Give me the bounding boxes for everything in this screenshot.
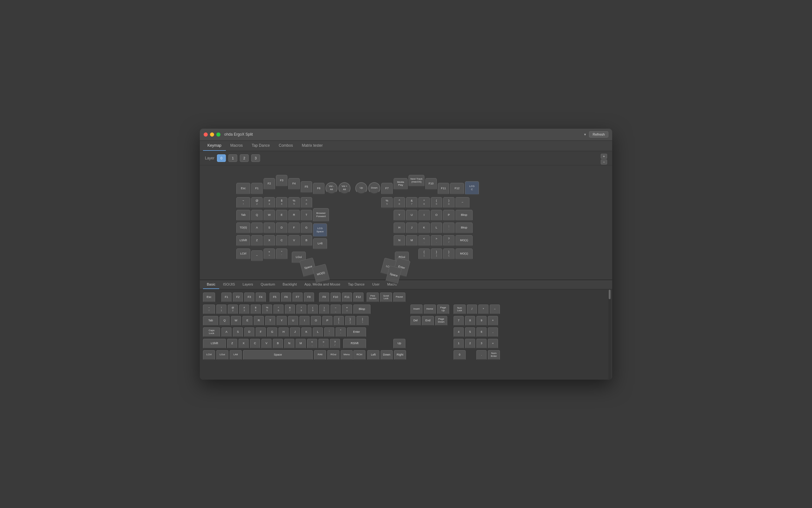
sk-f8[interactable]: F8 [304, 293, 314, 303]
sk-y[interactable]: Y [277, 316, 287, 326]
sk-g[interactable]: G [267, 327, 277, 338]
sk-n[interactable]: N [284, 339, 294, 349]
key-tilde[interactable]: ~! [236, 197, 250, 209]
sk-qmark[interactable]: ?/ [330, 339, 340, 349]
key-t[interactable]: T [301, 210, 312, 221]
bottom-tab-basic[interactable]: Basic [203, 280, 219, 289]
sk-f9[interactable]: F9 [319, 293, 329, 303]
sk-num-7-b[interactable]: 7 [454, 316, 464, 326]
sk-num-2[interactable]: @2 [228, 304, 238, 315]
sk-rctrl[interactable]: RCtrl [353, 350, 365, 360]
layer-btn-3[interactable]: 3 [251, 154, 260, 162]
sk-num-minus[interactable]: − [490, 304, 500, 315]
tab-matrix-tester[interactable]: Matrix tester [297, 141, 327, 151]
sk-num-1-b[interactable]: 1 [454, 339, 464, 349]
sk-f[interactable]: F [256, 327, 266, 338]
sk-d[interactable]: D [244, 327, 255, 338]
sk-num-3[interactable]: #3 [239, 304, 249, 315]
key-td0[interactable]: TD(0) [236, 222, 250, 234]
sk-z[interactable]: Z [227, 339, 237, 349]
sk-num-eq[interactable]: = [488, 339, 498, 349]
key-caret-6[interactable]: ^6 [301, 197, 312, 209]
key-rbrace2[interactable]: }{ [443, 248, 455, 260]
sk-p[interactable]: P [322, 316, 333, 326]
bottom-tab-layers[interactable]: Layers [239, 280, 257, 289]
add-layer-button[interactable]: + [601, 154, 607, 159]
key-gt-period[interactable]: >. [431, 235, 442, 247]
key-at-2[interactable]: @2 [251, 197, 263, 209]
sk-rbracket[interactable]: }] [345, 316, 355, 326]
key-b[interactable]: B [301, 235, 312, 247]
maximize-button[interactable] [216, 132, 221, 137]
sk-num-5[interactable]: %5 [262, 304, 272, 315]
layer-btn-0[interactable]: 0 [217, 154, 226, 162]
sk-num-comma[interactable]: , [488, 327, 498, 338]
sk-r[interactable]: R [254, 316, 264, 326]
tab-tap-dance[interactable]: Tap Dance [247, 141, 274, 151]
bottom-tab-backlight[interactable]: Backlight [279, 280, 301, 289]
key-o[interactable]: O [431, 210, 442, 221]
sk-down[interactable]: Down [381, 350, 393, 360]
sk-right[interactable]: Right [394, 350, 406, 360]
sk-left[interactable]: Left [367, 350, 379, 360]
sk-num-8-b[interactable]: 8 [465, 316, 475, 326]
key-l[interactable]: L [431, 222, 442, 234]
tab-macros[interactable]: Macros [226, 141, 247, 151]
key-hash-3[interactable]: #3 [264, 197, 275, 209]
sk-num-6[interactable]: ^6 [273, 304, 283, 315]
sk-lctrl[interactable]: LCtrl [203, 350, 215, 360]
key-r[interactable]: R [288, 210, 300, 221]
sk-num-4[interactable]: $4 [250, 304, 261, 315]
key-v[interactable]: V [288, 235, 300, 247]
key-lctrl[interactable]: LCtrl [236, 248, 250, 260]
key-vol-alt-down[interactable]: Vol -Alt [325, 182, 338, 194]
sk-num-plus[interactable]: += [342, 304, 352, 315]
sk-f3[interactable]: F3 [244, 293, 255, 303]
sk-end[interactable]: End [422, 316, 434, 326]
layer-btn-2[interactable]: 2 [240, 154, 249, 162]
key-amp-7[interactable]: &7 [406, 197, 417, 209]
sk-up[interactable]: Up [393, 339, 405, 349]
key-i[interactable]: I [418, 210, 430, 221]
sk-num-4[interactable]: 4 [454, 327, 464, 338]
tab-keymap[interactable]: Keymap [203, 141, 226, 151]
sk-num-star[interactable]: * [478, 304, 489, 315]
sk-caps-lock[interactable]: CapsLock [203, 327, 220, 338]
key-dash-l[interactable]: − [251, 250, 263, 262]
sk-e[interactable]: E [242, 316, 253, 326]
key-lbrace[interactable]: {[ [418, 248, 430, 260]
sk-c[interactable]: C [250, 339, 260, 349]
sk-j[interactable]: J [290, 327, 300, 338]
key-c[interactable]: C [276, 235, 287, 247]
key-vol-alt-up[interactable]: Vol +Alt [339, 182, 350, 194]
sk-num-plus-b[interactable]: + [488, 316, 498, 326]
key-f3[interactable]: F3 [276, 175, 287, 187]
key-a[interactable]: A [251, 222, 263, 234]
key-x[interactable]: X [264, 235, 275, 247]
key-d[interactable]: D [276, 222, 287, 234]
sk-f4[interactable]: F4 [256, 293, 266, 303]
sk-lgui[interactable]: LGui [216, 350, 228, 360]
sk-ralt[interactable]: RAlt [314, 350, 326, 360]
sk-num-enter[interactable]: NumEnter [488, 350, 500, 360]
key-dollar-4[interactable]: $4 [276, 197, 287, 209]
minimize-button[interactable] [210, 132, 214, 137]
key-p[interactable]: P [443, 210, 455, 221]
sk-lbracket[interactable]: {[ [334, 316, 344, 326]
sk-bksp[interactable]: Bksp [353, 304, 371, 315]
sk-o[interactable]: O [311, 316, 321, 326]
key-dash[interactable]: − [456, 197, 469, 209]
key-mo1-r[interactable]: MO(1) [456, 235, 473, 247]
key-caret-6-r[interactable]: ^6 [394, 197, 405, 209]
sk-f1[interactable]: F1 [221, 293, 232, 303]
sk-pause[interactable]: Pause [393, 293, 405, 303]
key-down[interactable]: Down [368, 182, 380, 194]
key-esc[interactable]: Esc [236, 183, 250, 195]
sk-f6[interactable]: F6 [281, 293, 291, 303]
key-k[interactable]: K [418, 222, 430, 234]
sk-k[interactable]: K [301, 327, 311, 338]
close-button[interactable] [204, 132, 208, 137]
bottom-tab-isojis[interactable]: ISO/JIS [219, 280, 239, 289]
key-f1[interactable]: F1 [251, 183, 263, 195]
key-mo1-r2[interactable]: MO(1) [456, 248, 473, 260]
